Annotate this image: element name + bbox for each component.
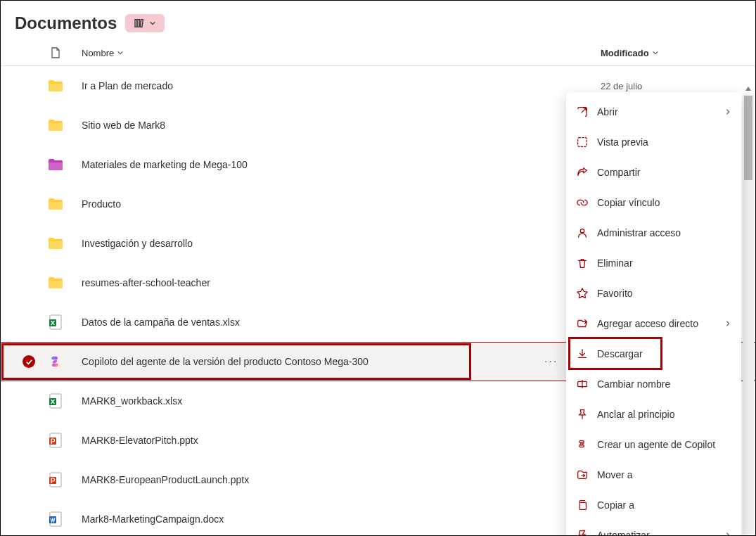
file-icon (51, 47, 60, 58)
folder-icon (43, 277, 68, 288)
powerpoint-icon (43, 472, 68, 487)
menu-item-shortcut[interactable]: Agregar acceso directo (566, 308, 741, 338)
copilot-icon (576, 438, 589, 451)
menu-item-preview[interactable]: Vista previa (566, 127, 741, 157)
scrollbar-track[interactable] (743, 94, 754, 534)
open-icon (576, 106, 589, 118)
more-actions-button[interactable]: ··· (544, 355, 565, 368)
row-select[interactable] (15, 355, 43, 368)
file-name[interactable]: Ir a Plan de mercado (68, 80, 601, 91)
folder-icon (43, 159, 68, 170)
svg-point-14 (580, 229, 584, 232)
menu-item-share[interactable]: Compartir (566, 157, 741, 187)
copilot-icon (43, 354, 68, 369)
rename-icon (576, 378, 589, 390)
link-icon (576, 196, 589, 209)
menu-item-rename[interactable]: Cambiar nombre (566, 369, 741, 399)
file-modified: 22 de julio (601, 81, 741, 91)
file-name[interactable]: Mark8-MarketingCampaign.docx (68, 513, 601, 525)
delete-icon (576, 257, 589, 269)
menu-item-move[interactable]: Mover a (566, 459, 741, 490)
menu-item-label: Copiar vínculo (597, 197, 731, 208)
share-icon (576, 166, 589, 179)
chevron-right-icon (724, 108, 731, 115)
menu-item-label: Cambiar nombre (597, 378, 731, 390)
chevron-down-icon (652, 48, 659, 58)
file-name[interactable]: MARK8-ElevatorPitch.pptx (68, 435, 601, 446)
menu-item-label: Copiar a (597, 499, 731, 511)
column-header-type[interactable] (15, 47, 68, 58)
svg-rect-16 (579, 502, 586, 509)
menu-item-label: Abrir (597, 106, 716, 117)
automate-icon (576, 529, 589, 537)
chevron-down-icon (117, 48, 124, 58)
file-name[interactable]: Materiales de marketing de Mega-100 (68, 159, 601, 170)
page-header: Documentos (1, 1, 755, 42)
excel-icon (43, 393, 68, 409)
file-name[interactable]: Copiloto del agente de la versión del pr… (68, 356, 544, 367)
svg-rect-2 (141, 20, 143, 27)
menu-item-access[interactable]: Administrar acceso (566, 217, 741, 248)
file-name[interactable]: Producto (68, 198, 601, 210)
svg-rect-13 (578, 137, 587, 146)
check-icon (23, 355, 35, 368)
column-header-name[interactable]: Nombre (68, 48, 601, 58)
menu-item-label: Compartir (597, 167, 731, 178)
scroll-up-arrow-icon[interactable] (745, 85, 752, 92)
collection-dropdown[interactable] (125, 14, 165, 32)
page-title: Documentos (15, 13, 117, 33)
menu-item-label: Favorito (597, 288, 731, 299)
menu-item-automate[interactable]: Automatizar (566, 520, 741, 536)
column-header-name-label: Nombre (82, 48, 114, 58)
menu-item-link[interactable]: Copiar vínculo (566, 187, 741, 217)
menu-item-label: Anclar al principio (597, 409, 731, 420)
folder-icon (43, 80, 68, 91)
svg-marker-17 (745, 87, 751, 91)
favorite-icon (576, 287, 589, 300)
folder-icon (43, 198, 68, 210)
svg-rect-1 (138, 20, 140, 27)
column-header-modified[interactable]: Modificado (601, 48, 741, 58)
powerpoint-icon (43, 433, 68, 448)
excel-icon (43, 314, 68, 330)
chevron-down-icon (149, 20, 156, 27)
svg-rect-0 (135, 20, 137, 27)
menu-item-favorite[interactable]: Favorito (566, 278, 741, 308)
menu-item-copy[interactable]: Copiar a (566, 490, 741, 520)
menu-item-label: Administrar acceso (597, 227, 731, 238)
menu-item-pin[interactable]: Anclar al principio (566, 399, 741, 429)
menu-item-label: Eliminar (597, 257, 731, 269)
download-icon (576, 347, 589, 360)
chevron-right-icon (724, 320, 731, 327)
preview-icon (576, 136, 589, 148)
copy-icon (576, 499, 589, 511)
file-name[interactable]: Sitio web de Mark8 (68, 120, 601, 131)
context-menu: AbrirVista previaCompartirCopiar vínculo… (566, 92, 741, 536)
menu-item-copilot[interactable]: Crear un agente de Copilot (566, 429, 741, 459)
books-icon (134, 18, 145, 29)
menu-item-label: Automatizar (597, 530, 716, 537)
move-icon (576, 468, 589, 481)
column-header-modified-label: Modificado (601, 48, 649, 58)
file-name[interactable]: MARK8_workback.xlsx (68, 395, 601, 407)
menu-item-open[interactable]: Abrir (566, 96, 741, 127)
scrollbar-thumb[interactable] (744, 96, 752, 180)
file-name[interactable]: Datos de la campaña de ventas.xlsx (68, 317, 601, 328)
word-icon (43, 511, 68, 527)
folder-icon (43, 120, 68, 131)
menu-item-label: Crear un agente de Copilot (597, 439, 731, 450)
access-icon (576, 226, 589, 239)
file-name[interactable]: resumes-after-school-teacher (68, 277, 601, 288)
menu-item-delete[interactable]: Eliminar (566, 248, 741, 278)
file-name[interactable]: Investigación y desarrollo (68, 238, 601, 249)
menu-item-label: Descargar (597, 348, 731, 359)
file-name[interactable]: MARK8-EuropeanProductLaunch.pptx (68, 474, 601, 485)
folder-icon (43, 238, 68, 249)
menu-item-label: Mover a (597, 469, 731, 480)
pin-icon (576, 408, 589, 421)
shortcut-icon (576, 317, 589, 330)
menu-item-download[interactable]: Descargar (566, 338, 741, 369)
menu-item-label: Vista previa (597, 136, 731, 148)
menu-item-label: Agregar acceso directo (597, 318, 716, 329)
column-header-row: Nombre Modificado (1, 42, 755, 66)
